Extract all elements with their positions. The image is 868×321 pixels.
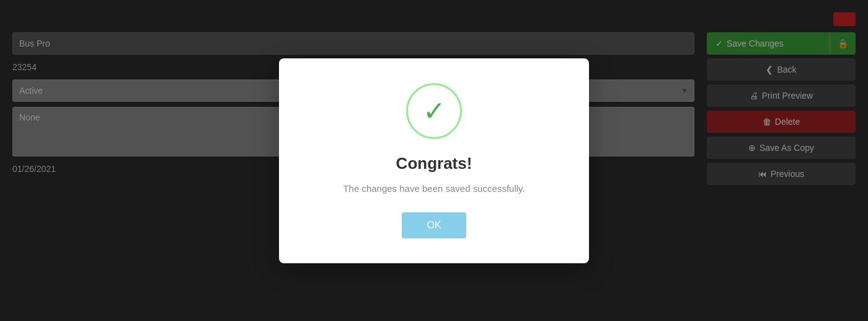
success-modal: ✓ Congrats! The changes have been saved … (279, 58, 589, 263)
modal-message: The changes have been saved successfully… (310, 183, 558, 194)
success-check-icon: ✓ (423, 97, 446, 125)
check-circle: ✓ (406, 83, 462, 139)
modal-title: Congrats! (310, 154, 558, 173)
modal-ok-button[interactable]: OK (402, 212, 466, 238)
modal-overlay: ✓ Congrats! The changes have been saved … (0, 0, 868, 321)
